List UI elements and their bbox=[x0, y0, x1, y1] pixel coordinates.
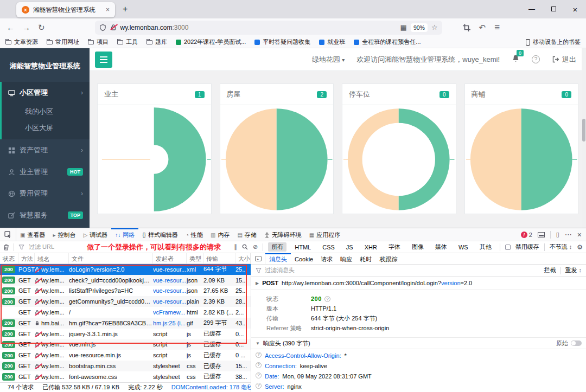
mobile-bookmarks[interactable]: 移动设备上的书签 bbox=[526, 38, 581, 46]
block-request-button[interactable]: 拦截 bbox=[544, 266, 556, 274]
network-settings-gear-icon[interactable]: ⚙ bbox=[577, 243, 583, 251]
bookmark-folder[interactable]: 题库 bbox=[146, 38, 167, 46]
bookmark-link[interactable]: 就业班 bbox=[319, 38, 345, 46]
insecure-lock-icon[interactable] bbox=[110, 24, 117, 31]
bookmark-star-icon[interactable]: ☆ bbox=[431, 23, 438, 31]
header-help-icon[interactable]: ? bbox=[256, 352, 262, 358]
page-scrollbar[interactable] bbox=[582, 48, 586, 228]
sidebar-item-my-community[interactable]: 我的小区 bbox=[2, 104, 90, 120]
search-icon[interactable] bbox=[242, 244, 248, 250]
bookmark-folder[interactable]: 文章资源 bbox=[5, 38, 38, 46]
network-row[interactable]: 200 GET wy.lem... getCommunitys?_uld=ccd… bbox=[0, 296, 251, 307]
reload-button[interactable]: ↻ bbox=[38, 23, 45, 33]
network-row[interactable]: 200 GET wy.lem... check?_uld=ccdd00opiko… bbox=[0, 275, 251, 286]
network-row[interactable]: GET wy.lem... / vcFramew... html 2.82 KB… bbox=[0, 307, 251, 318]
tab-timings[interactable]: 耗时 bbox=[356, 253, 375, 264]
throttle-select[interactable]: 不节流 ↕ bbox=[550, 243, 572, 251]
tab-application[interactable]: ▦应用程序 bbox=[305, 228, 344, 241]
sidebar-item-fee-mgmt[interactable]: 费用管理 › bbox=[0, 183, 90, 204]
error-count-button[interactable]: !2 bbox=[521, 232, 532, 238]
tab-performance[interactable]: ◔性能 bbox=[182, 228, 207, 241]
sidebar-item-community-mgmt[interactable]: 小区管理 › bbox=[2, 82, 90, 104]
network-row[interactable]: 200 GET wy.lem... vue-resource.min.js sc… bbox=[0, 350, 251, 361]
header-help-icon[interactable]: ? bbox=[256, 362, 262, 368]
filter-url-input[interactable]: 过滤 URL bbox=[29, 243, 54, 251]
sidebar-item-owner-mgmt[interactable]: 业主管理 HOT bbox=[0, 161, 90, 183]
tab-accessibility[interactable]: 无障碍环境 bbox=[260, 228, 305, 241]
filter-chip-media[interactable]: 媒体 bbox=[432, 242, 450, 252]
raw-toggle[interactable] bbox=[571, 340, 582, 346]
col-status[interactable]: 状态 bbox=[0, 253, 18, 264]
bookmark-folder[interactable]: 工具 bbox=[117, 38, 138, 46]
filter-headers-input[interactable]: 过滤消息头 bbox=[265, 266, 295, 274]
back-button[interactable]: ← bbox=[7, 23, 15, 32]
tab-response[interactable]: 响应 bbox=[336, 253, 356, 264]
bookmark-folder[interactable]: 常用网址 bbox=[47, 38, 79, 46]
filter-chip-xhr[interactable]: XHR bbox=[361, 243, 380, 251]
filter-chip-js[interactable]: JS bbox=[343, 243, 356, 251]
header-help-icon[interactable]: ? bbox=[256, 372, 262, 378]
col-domain[interactable]: 域名 bbox=[35, 253, 69, 264]
network-row[interactable]: 200 GET wy.lem... vue.min.js script js 已… bbox=[0, 339, 251, 350]
browser-tab[interactable]: X 湘能智慧物业管理系统 × bbox=[16, 2, 115, 17]
sidebar-item-asset-mgmt[interactable]: 资产管理 › bbox=[0, 139, 90, 161]
sidebar-item-smart-service[interactable]: 智慧服务 TOP bbox=[0, 204, 90, 226]
request-url-line[interactable]: ▶ POST http://wy.lemonban.com:3000/callC… bbox=[251, 277, 586, 290]
tab-storage[interactable]: ▤存储 bbox=[233, 228, 260, 241]
community-select[interactable]: 绿地花园 ▾ bbox=[312, 55, 345, 65]
resend-button[interactable]: 重发 ↕ bbox=[565, 266, 582, 274]
devtools-close-icon[interactable]: × bbox=[577, 230, 582, 239]
tab-headers[interactable]: 消息头 bbox=[265, 253, 291, 264]
header-row[interactable]: ?Date:Mon, 09 May 2022 08:31:07 GMT bbox=[251, 371, 586, 381]
screenshot-crop-icon[interactable] bbox=[463, 24, 470, 31]
status-help-icon[interactable]: ? bbox=[324, 296, 330, 302]
filter-chip-image[interactable]: 图像 bbox=[409, 242, 427, 252]
col-method[interactable]: 方法 bbox=[18, 253, 35, 264]
window-maximize-button[interactable] bbox=[543, 5, 564, 13]
notification-bell-button[interactable]: 0 bbox=[512, 54, 520, 65]
header-row[interactable]: ?Server:nginx bbox=[251, 381, 586, 391]
new-tab-button[interactable]: + bbox=[123, 4, 128, 14]
filter-chip-all[interactable]: 所有 bbox=[268, 242, 286, 252]
response-headers-section[interactable]: ▼ 响应头 (390 字节) 原始 bbox=[251, 338, 586, 349]
qr-code-icon[interactable]: ▦ bbox=[400, 23, 407, 31]
network-row[interactable]: 200 POST wy.lem... doLogin?version=2.0 v… bbox=[0, 264, 251, 275]
help-button[interactable]: ? bbox=[532, 55, 540, 63]
bookmark-link[interactable]: 2022年课程-学员面试... bbox=[176, 38, 246, 46]
dock-side-icon[interactable] bbox=[538, 232, 545, 237]
filter-chip-css[interactable]: CSS bbox=[319, 243, 338, 251]
tab-request[interactable]: 请求 bbox=[317, 253, 336, 264]
scrollbar-thumb[interactable] bbox=[582, 119, 585, 142]
sidebar-item-community-screen[interactable]: 小区大屏 bbox=[2, 120, 90, 136]
tab-style-editor[interactable]: {}样式编辑器 bbox=[138, 228, 182, 241]
tab-cookie[interactable]: Cookie bbox=[291, 253, 317, 264]
disable-cache-checkbox[interactable] bbox=[505, 245, 511, 250]
collapse-panel-icon[interactable]: ▸ bbox=[251, 253, 265, 264]
filter-chip-other[interactable]: 其他 bbox=[476, 242, 495, 252]
network-row[interactable]: 200 GET wy.lem... listStaffPrivileges?a=… bbox=[0, 286, 251, 297]
network-row[interactable]: 200 GET hm.bai... hm.gif?hca=76EB88C9A3C… bbox=[0, 318, 251, 329]
filter-chip-font[interactable]: 字体 bbox=[385, 242, 404, 252]
tab-debugger[interactable]: ▷调试器 bbox=[79, 228, 111, 241]
tab-close-icon[interactable]: × bbox=[106, 6, 110, 14]
devtools-menu-icon[interactable]: ⋯ bbox=[565, 230, 572, 239]
tab-stack-trace[interactable]: 栈跟踪 bbox=[375, 253, 401, 264]
network-row[interactable]: 200 GET wy.lem... bootstrap.min.css styl… bbox=[0, 361, 251, 371]
header-row[interactable]: ?Connection:keep-alive bbox=[251, 361, 586, 371]
col-size[interactable]: 大小 bbox=[235, 253, 251, 264]
col-type[interactable]: 类型 bbox=[187, 253, 203, 264]
bookmark-folder[interactable]: 项目 bbox=[88, 38, 109, 46]
app-menu-button[interactable]: ≡ bbox=[494, 22, 500, 33]
col-initiator[interactable]: 发起者 bbox=[153, 253, 187, 264]
bookmark-link[interactable]: 全程班的课程预告任... bbox=[354, 38, 421, 46]
filter-chip-html[interactable]: HTML bbox=[291, 243, 314, 251]
sidebar-toggle-button[interactable] bbox=[95, 52, 112, 68]
col-transfer[interactable]: 传输 bbox=[203, 253, 235, 264]
block-icon[interactable]: ⊘ bbox=[253, 243, 258, 250]
pick-element-button[interactable] bbox=[0, 228, 16, 241]
header-help-icon[interactable]: ? bbox=[256, 383, 262, 389]
tab-network[interactable]: ↑↓网络 bbox=[111, 228, 138, 241]
col-file[interactable]: 文件 bbox=[69, 253, 153, 264]
header-row[interactable]: ?Access-Control-Allow-Origin:* bbox=[251, 350, 586, 361]
tab-memory[interactable]: ▥内存 bbox=[207, 228, 233, 241]
